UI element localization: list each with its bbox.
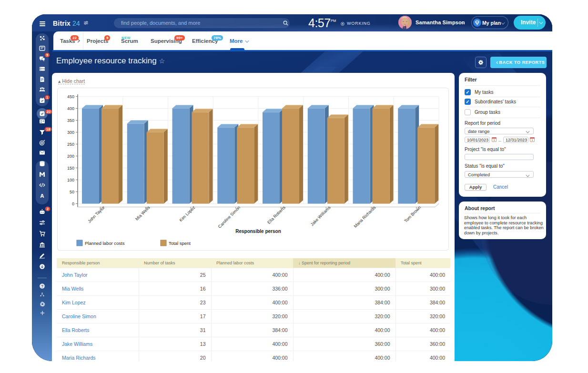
svg-text:450: 450 <box>67 94 74 99</box>
svg-text:250: 250 <box>67 142 74 147</box>
svg-text:400: 400 <box>67 106 74 111</box>
svg-text:50: 50 <box>70 190 74 194</box>
svg-text:?: ? <box>41 284 43 289</box>
svg-text:150: 150 <box>67 166 74 171</box>
svg-text:0: 0 <box>72 202 74 206</box>
svg-text:200: 200 <box>67 154 74 159</box>
svg-text:A: A <box>40 193 44 199</box>
svg-text:1: 1 <box>532 139 533 141</box>
svg-text:100: 100 <box>67 178 74 182</box>
svg-text:Total spent: Total spent <box>169 241 191 246</box>
svg-text:1: 1 <box>494 139 495 141</box>
svg-text:Responsible person: Responsible person <box>235 229 281 234</box>
svg-text:Planned labor costs: Planned labor costs <box>85 241 125 246</box>
svg-text:350: 350 <box>67 118 74 123</box>
svg-text:300: 300 <box>67 130 74 135</box>
